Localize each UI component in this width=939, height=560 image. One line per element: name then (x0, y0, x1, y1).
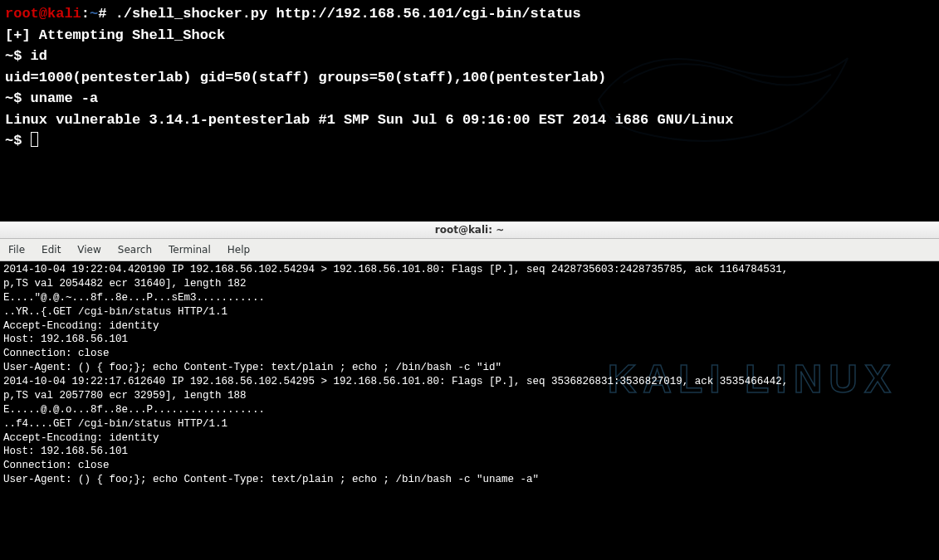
menu-search[interactable]: Search (110, 242, 160, 257)
tcpdump-pkt2-accept: Accept-Encoding: identity (3, 431, 936, 446)
tcpdump-pkt1-host: Host: 192.168.56.101 (3, 333, 936, 347)
tcpdump-pkt1-hex2: ..YR..{.GET /cgi-bin/status HTTP/1.1 (3, 305, 936, 319)
tcpdump-pkt2-hex1: E.....@.@.o...8f..8e...P................… (3, 403, 936, 417)
window-title: root@kali: ~ (435, 224, 504, 236)
menu-view[interactable]: View (69, 242, 109, 257)
prompt-path: ~ (90, 6, 98, 22)
tcpdump-pkt2-conn: Connection: close (3, 459, 936, 473)
window-titlebar[interactable]: root@kali: ~ (0, 222, 939, 239)
prompt-line-4: ~$ (5, 130, 934, 152)
prompt-line-3: ~$ uname -a (5, 88, 934, 110)
top-terminal[interactable]: root@kali:~# ./shell_shocker.py http://1… (0, 0, 939, 155)
tcpdump-pkt1-ua: User-Agent: () { foo;}; echo Content-Typ… (3, 361, 936, 375)
prompt-user: root (5, 6, 39, 22)
prompt-at: @ (39, 6, 47, 22)
tcpdump-pkt2-hex2: ..f4....GET /cgi-bin/status HTTP/1.1 (3, 417, 936, 431)
prompt-hash: # (98, 6, 115, 22)
prompt-line-2: ~$ id (5, 46, 934, 67)
menu-terminal[interactable]: Terminal (160, 242, 219, 257)
command-1: ./shell_shocker.py http://192.168.56.101… (115, 6, 581, 22)
command-2: id (31, 48, 47, 64)
output-attempt: [+] Attempting Shell_Shock (5, 25, 934, 46)
tcpdump-pkt1-opts: p,TS val 2054482 ecr 31640], length 182 (3, 277, 936, 291)
menu-edit[interactable]: Edit (33, 242, 69, 257)
prompt-colon: : (81, 6, 90, 22)
tcpdump-pkt1-header: 2014-10-04 19:22:04.420190 IP 192.168.56… (3, 263, 936, 277)
prompt-4: ~$ (5, 133, 31, 149)
tcpdump-pkt2-opts: p,TS val 2057780 ecr 32959], length 188 (3, 389, 936, 403)
terminal-window: root@kali: ~ File Edit View Search Termi… (0, 222, 939, 489)
bottom-terminal[interactable]: KALI LINUX 2014-10-04 19:22:04.420190 IP… (0, 261, 939, 489)
tcpdump-pkt2-header: 2014-10-04 19:22:17.612640 IP 192.168.56… (3, 375, 936, 389)
menu-file[interactable]: File (0, 242, 33, 257)
output-uname: Linux vulnerable 3.14.1-pentesterlab #1 … (5, 110, 934, 131)
output-id: uid=1000(pentesterlab) gid=50(staff) gro… (5, 67, 934, 89)
tcpdump-pkt1-accept: Accept-Encoding: identity (3, 319, 936, 334)
menubar: File Edit View Search Terminal Help (0, 239, 939, 261)
prompt-line-1: root@kali:~# ./shell_shocker.py http://1… (5, 3, 934, 25)
prompt-3: ~$ (5, 90, 31, 106)
menu-help[interactable]: Help (219, 242, 258, 257)
tcpdump-pkt1-conn: Connection: close (3, 347, 936, 361)
prompt-2: ~$ (5, 48, 31, 64)
command-3: uname -a (31, 90, 99, 106)
tcpdump-pkt2-ua: User-Agent: () { foo;}; echo Content-Typ… (3, 473, 936, 487)
cursor-icon (31, 132, 38, 147)
tcpdump-pkt2-host: Host: 192.168.56.101 (3, 445, 936, 459)
prompt-host: kali (47, 6, 81, 22)
tcpdump-pkt1-hex1: E...."@.@.~...8f..8e...P...sEm3.........… (3, 291, 936, 305)
